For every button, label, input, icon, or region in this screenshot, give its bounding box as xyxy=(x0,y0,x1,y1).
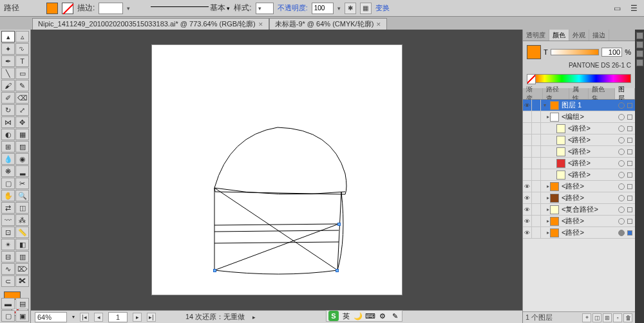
tint-value-input[interactable]: 100 xyxy=(601,48,622,57)
ime-moon-icon[interactable]: 🌙 xyxy=(353,311,363,321)
layer-name[interactable]: 图层 1 xyxy=(560,100,616,110)
print-tiling-tool[interactable]: ⊟ xyxy=(1,251,15,263)
gradient-mode-btn[interactable]: ▤ xyxy=(15,298,29,309)
expand-toggle[interactable]: ▸ xyxy=(541,114,549,120)
layer-row[interactable]: <路径> xyxy=(523,146,635,158)
blob-brush-tool[interactable]: ✐ xyxy=(1,92,15,104)
visibility-toggle[interactable] xyxy=(523,169,532,180)
ime-keyboard-icon[interactable]: ⌨ xyxy=(365,311,375,321)
target-icon[interactable] xyxy=(618,125,625,132)
layer-row[interactable]: 👁▸<路径> xyxy=(523,181,635,192)
eraser-tool[interactable]: ⌫ xyxy=(15,92,29,104)
new-sublayer-icon[interactable]: ⊞ xyxy=(603,313,612,322)
tab-layers[interactable]: 图层 xyxy=(615,88,635,99)
lock-toggle[interactable] xyxy=(532,216,541,226)
expand-toggle[interactable]: ▸ xyxy=(541,183,549,189)
panel-menu-icon[interactable]: ☰ xyxy=(627,3,640,14)
layer-name[interactable]: <路径> xyxy=(567,158,616,168)
visibility-toggle[interactable]: 👁 xyxy=(523,192,532,203)
lock-toggle[interactable] xyxy=(532,169,541,180)
fill-color-swatch[interactable] xyxy=(46,3,58,14)
scale-tool[interactable]: ⤢ xyxy=(15,104,29,116)
pattern-tool[interactable]: ▥ xyxy=(15,251,29,263)
column-graph-tool[interactable]: ▂ xyxy=(15,165,29,177)
lock-toggle[interactable] xyxy=(532,123,541,134)
target-icon[interactable] xyxy=(618,183,625,190)
visibility-toggle[interactable]: 👁 xyxy=(523,181,532,192)
ime-lang-btn[interactable]: 英 xyxy=(341,311,351,321)
new-layer-icon[interactable]: ▫ xyxy=(613,313,622,322)
layer-name[interactable]: <路径> xyxy=(567,135,616,145)
tab-color[interactable]: 颜色 xyxy=(549,30,569,41)
layer-name[interactable]: <路径> xyxy=(560,216,616,226)
lock-toggle[interactable] xyxy=(532,227,541,238)
layer-name[interactable]: <路径> xyxy=(560,181,616,191)
layer-row[interactable]: 👁▸<路径> xyxy=(523,216,635,227)
default-fill-stroke[interactable]: ◫ xyxy=(15,202,29,214)
lock-toggle[interactable] xyxy=(532,111,541,122)
layer-row[interactable]: <路径> xyxy=(523,158,635,169)
lock-toggle[interactable] xyxy=(532,204,541,215)
tab-swatches[interactable]: 颜色集 xyxy=(589,88,615,99)
artboard-viewport[interactable] xyxy=(31,30,522,310)
canvas-area[interactable]: 64% ▾ |◂ ◂ 1 ▸ ▸| 14 次还原：无重做 ▸ S 英 🌙 ⌨ ⚙… xyxy=(31,30,522,323)
color-spectrum[interactable] xyxy=(527,74,631,83)
layer-row[interactable]: <路径> xyxy=(523,134,635,146)
rectangle-tool[interactable]: ▭ xyxy=(15,68,29,79)
graphic-style-dropdown[interactable] xyxy=(256,3,274,14)
panel-fill-swatch[interactable] xyxy=(527,45,541,59)
artboard[interactable] xyxy=(151,44,402,295)
puppet-warp-tool[interactable]: ✴ xyxy=(1,239,15,250)
delete-layer-icon[interactable]: 🗑 xyxy=(623,313,632,322)
width-tool[interactable]: ⋈ xyxy=(1,116,15,128)
locate-object-icon[interactable]: ⌖ xyxy=(582,313,591,322)
tab-stroke[interactable]: 描边 xyxy=(589,30,609,41)
prev-artboard-btn[interactable]: ◂ xyxy=(94,313,103,322)
artboard-number-input[interactable]: 1 xyxy=(108,312,128,322)
status-menu-icon[interactable]: ▸ xyxy=(252,314,256,320)
color-mode-btn[interactable]: ▬ xyxy=(1,298,15,309)
lock-toggle[interactable] xyxy=(532,181,541,192)
layer-row-top[interactable]: 👁 ▾ 图层 1 xyxy=(523,100,635,111)
visibility-toggle[interactable] xyxy=(523,134,532,145)
target-icon[interactable] xyxy=(618,218,625,225)
target-icon[interactable] xyxy=(618,149,625,155)
hand-tool[interactable]: ✋ xyxy=(1,190,15,201)
artboard-tool[interactable]: ▢ xyxy=(1,178,15,189)
target-icon[interactable] xyxy=(618,207,625,213)
zoom-tool[interactable]: 🔍 xyxy=(15,190,29,201)
ime-toolbar[interactable]: S 英 🌙 ⌨ ⚙ ✎ xyxy=(326,310,402,322)
layer-row[interactable]: ▸<编组> xyxy=(523,111,635,123)
join-tool[interactable]: ⊂ xyxy=(1,275,15,287)
slice-tool[interactable]: ✂ xyxy=(15,178,29,189)
tab-gradient[interactable]: 渐变 xyxy=(523,88,543,99)
knife-tool[interactable]: ✀ xyxy=(15,275,29,287)
visibility-toggle[interactable]: 👁 xyxy=(523,216,532,226)
layer-row[interactable]: 👁▸<复合路径> xyxy=(523,204,635,216)
opacity-input[interactable]: 100 xyxy=(312,3,334,14)
target-icon[interactable] xyxy=(618,137,625,143)
layer-row[interactable]: <路径> xyxy=(523,169,635,181)
edit-similar-icon[interactable]: ▭ xyxy=(611,3,623,14)
target-icon[interactable] xyxy=(618,114,625,120)
gradient-tool[interactable]: ▨ xyxy=(15,141,29,152)
anchor-point[interactable] xyxy=(213,269,216,272)
type-tool[interactable]: T xyxy=(15,55,29,67)
expand-toggle[interactable]: ▸ xyxy=(541,230,549,235)
touch-type-tool[interactable]: ⁂ xyxy=(15,214,29,226)
next-artboard-btn[interactable]: ▸ xyxy=(133,313,142,322)
blend-tool[interactable]: ◉ xyxy=(15,153,29,165)
tab-attributes[interactable]: 属性 xyxy=(569,88,589,99)
screen-mode-full[interactable]: ▣ xyxy=(15,310,29,322)
visibility-toggle[interactable] xyxy=(523,146,532,157)
pen-tool[interactable]: ✒ xyxy=(1,55,15,67)
visibility-toggle[interactable]: 👁 xyxy=(523,100,532,111)
lock-toggle[interactable] xyxy=(532,192,541,203)
close-icon[interactable]: ✕ xyxy=(376,21,381,28)
visibility-toggle[interactable] xyxy=(523,111,532,122)
align-icon[interactable]: ▦ xyxy=(360,3,372,14)
close-icon[interactable]: ✕ xyxy=(258,21,263,28)
tab-pathfinder[interactable]: 路径查 xyxy=(543,88,569,99)
eyedropper-tool[interactable]: 💧 xyxy=(1,153,15,165)
stroke-color-swatch[interactable] xyxy=(62,3,73,14)
